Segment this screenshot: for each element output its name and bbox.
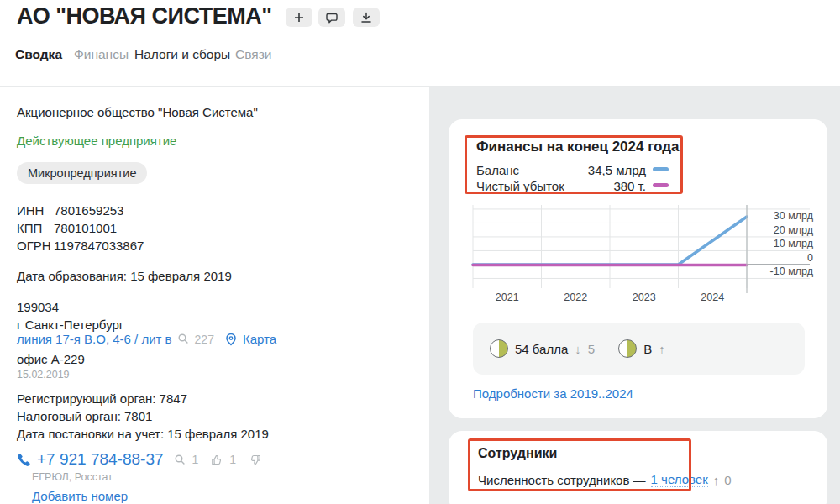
- search-icon: [177, 333, 190, 345]
- phone-row: +7 921 784-88-37 1 1: [17, 450, 261, 469]
- postcode: 199034: [17, 300, 59, 314]
- tab-nalogi[interactable]: Налоги и сборы: [134, 47, 230, 62]
- finance-chart: 30 млрд20 млрд10 млрд0-10 млрд2021202220…: [454, 200, 816, 309]
- city: г Санкт-Петербург: [17, 318, 123, 332]
- phone-number[interactable]: +7 921 784-88-37: [37, 450, 164, 469]
- tab-svyazi[interactable]: Связи: [235, 47, 271, 62]
- tab-svodka[interactable]: Сводка: [15, 47, 62, 62]
- kpp-label: КПП: [17, 221, 54, 235]
- download-button[interactable]: [353, 8, 380, 27]
- rating-value: В: [643, 342, 652, 356]
- inn-row: ИНН 7801659253: [17, 203, 123, 218]
- reliability-score[interactable]: 54 балла ↓ 5: [490, 339, 595, 358]
- svg-text:2022: 2022: [564, 291, 587, 303]
- page-title: АО "НОВАЯ СИСТЕМА": [17, 3, 272, 29]
- formation-date: Дата образования: 15 февраля 2019: [17, 269, 232, 283]
- score-gauge-icon: [490, 339, 508, 358]
- phone-sources: ЕГРЮЛ, Росстат: [32, 471, 113, 483]
- company-full-name: Акционерное общество "Новая Система": [17, 105, 258, 119]
- svg-text:2024: 2024: [701, 291, 724, 303]
- finance-card-title: Финансы на конец 2024 года: [476, 139, 679, 155]
- thumb-up-icon[interactable]: [211, 454, 223, 466]
- inn-label: ИНН: [17, 203, 54, 218]
- rating-score[interactable]: В ↑: [618, 339, 665, 358]
- score-trend-value: 5: [588, 342, 595, 356]
- trend-up-icon: ↑: [713, 473, 720, 487]
- add-button[interactable]: [286, 8, 312, 27]
- plus-icon: [292, 11, 306, 24]
- registration-date: Дата постановки на учет: 15 февраля 2019: [17, 427, 269, 441]
- download-icon: [360, 11, 373, 24]
- registering-authority: Регистрирующий орган: 7847: [17, 391, 187, 406]
- search-icon: [174, 454, 186, 466]
- thumb-down-icon[interactable]: [249, 454, 261, 466]
- phone-likes-count: 1: [229, 453, 236, 466]
- inn-value: 7801659253: [54, 203, 123, 218]
- company-status[interactable]: Действующее предприятие: [17, 134, 176, 148]
- balance-value: 34,5 млрд: [538, 163, 646, 177]
- employees-line: Численность сотрудников — 1 человек ↑ 0: [478, 472, 732, 487]
- address-date: 15.02.2019: [17, 369, 70, 381]
- add-phone-link[interactable]: Добавить номер: [32, 489, 128, 503]
- map-link[interactable]: Карта: [243, 332, 276, 346]
- net-loss-line-swatch: [653, 183, 669, 187]
- trend-down-icon: ↓: [575, 342, 581, 356]
- finance-details-link[interactable]: Подробности за 2019..2024: [473, 386, 633, 401]
- map-pin-icon: [224, 333, 238, 346]
- phone-search-count: 1: [192, 453, 199, 466]
- ogrn-value: 1197847033867: [54, 239, 144, 253]
- address-link[interactable]: линия 17-я В.О, 4-6 / лит в: [17, 332, 172, 346]
- employees-count-link[interactable]: 1 человек: [651, 472, 708, 487]
- office: офис А-229: [17, 352, 85, 366]
- svg-text:2021: 2021: [496, 291, 519, 303]
- svg-text:0: 0: [807, 252, 813, 264]
- svg-text:10 млрд: 10 млрд: [774, 238, 814, 249]
- tax-authority: Налоговый орган: 7801: [17, 409, 152, 423]
- score-value: 54 балла: [515, 342, 568, 356]
- svg-text:-10 млрд: -10 млрд: [770, 265, 814, 277]
- svg-text:2023: 2023: [633, 291, 656, 303]
- svg-text:20 млрд: 20 млрд: [774, 224, 814, 236]
- employees-trend-value: 0: [724, 473, 731, 487]
- phone-icon: [17, 453, 31, 467]
- comment-button[interactable]: [318, 8, 345, 27]
- comment-icon: [325, 11, 339, 24]
- trend-up-icon: ↑: [659, 342, 665, 356]
- address-search-count: 227: [195, 333, 214, 346]
- page: АО "НОВАЯ СИСТЕМА" Сводка Финансы Налоги…: [0, 0, 840, 504]
- employees-card-title: Сотрудники: [478, 446, 557, 461]
- svg-text:30 млрд: 30 млрд: [774, 210, 814, 222]
- net-loss-value: 380 т.: [538, 179, 646, 193]
- ogrn-label: ОГРН: [17, 239, 54, 253]
- kpp-value: 780101001: [54, 221, 117, 235]
- balance-label: Баланс: [476, 163, 519, 177]
- company-size-badge: Микропредприятие: [17, 162, 147, 184]
- score-box: 54 балла ↓ 5 В ↑: [473, 323, 805, 375]
- kpp-row: КПП 780101001: [17, 221, 117, 235]
- score-gauge-icon: [618, 339, 637, 358]
- tab-finansy[interactable]: Финансы: [74, 47, 129, 62]
- ogrn-row: ОГРН 1197847033867: [17, 239, 144, 253]
- balance-line-swatch: [653, 167, 669, 171]
- employees-count-label: Численность сотрудников —: [478, 473, 646, 487]
- employees-card: [449, 431, 827, 504]
- address-row: линия 17-я В.О, 4-6 / лит в 227 Карта: [17, 332, 276, 346]
